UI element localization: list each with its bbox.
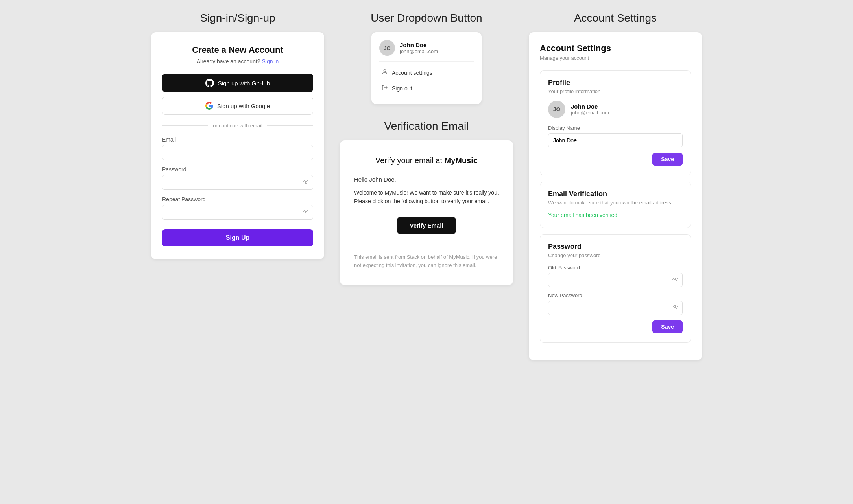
repeat-password-eye-icon[interactable]: 👁 [303,209,309,216]
old-password-label: Old Password [548,265,683,270]
greeting-text: Hello John Doe, [354,176,499,183]
email-group: Email [162,136,313,160]
profile-save-button[interactable]: Save [652,153,683,166]
avatar: JO [379,40,395,56]
signup-heading: Create a New Account [162,45,313,55]
old-password-eye-icon[interactable]: 👁 [672,276,679,283]
google-signup-button[interactable]: Sign up with Google [162,97,313,115]
already-text: Already have an account? Sign in [162,58,313,64]
password-section-desc: Change your password [548,252,683,258]
account-settings-label: Account settings [392,70,432,76]
email-body: Welcome to MyMusic! We want to make sure… [354,188,499,206]
verified-status: Your email has been verified [548,212,683,218]
account-settings-heading: Account Settings [540,43,691,53]
dropdown-user-row: JO John Doe john@email.com [379,40,474,62]
verify-email-button[interactable]: Verify Email [397,217,456,234]
signup-button[interactable]: Sign Up [162,229,313,246]
person-icon [382,69,388,77]
profile-section: Profile Your profile information JO John… [540,70,691,175]
password-eye-icon[interactable]: 👁 [303,179,309,186]
dropdown-signout[interactable]: Sign out [379,81,474,96]
google-icon [205,102,213,110]
verification-email-card: Verify your email at MyMusic Hello John … [340,140,513,285]
profile-avatar: JO [548,101,565,118]
password-section: Password Change your password Old Passwo… [540,234,691,343]
signout-label: Sign out [392,85,412,92]
dropdown-account-settings[interactable]: Account settings [379,65,474,81]
email-verification-title: Email Verification [548,190,683,198]
dropdown-user-name: John Doe [400,42,438,48]
new-password-input[interactable] [548,301,683,315]
password-group: Password 👁 [162,166,313,190]
old-password-input[interactable] [548,273,683,287]
github-signup-button[interactable]: Sign up with GitHub [162,74,313,92]
display-name-label: Display Name [548,125,683,131]
password-label: Password [162,166,313,173]
email-label: Email [162,136,313,143]
account-settings-card: Account Settings Manage your account Pro… [529,32,702,360]
svg-point-0 [384,70,386,72]
profile-row: JO John Doe john@email.com [548,101,683,118]
profile-name: John Doe [571,103,609,110]
signout-icon [382,85,388,92]
dropdown-user-email: john@email.com [400,48,438,54]
email-footer: This email is sent from Stack on behalf … [354,253,499,270]
account-settings-subtitle: Manage your account [540,55,691,61]
signup-column-title: Sign-in/Sign-up [151,12,324,24]
profile-save-row: Save [548,153,683,166]
account-column-title: Account Settings [529,12,702,24]
password-save-button[interactable]: Save [652,320,683,333]
new-password-eye-icon[interactable]: 👁 [672,304,679,311]
sign-in-link[interactable]: Sign in [262,58,279,64]
profile-section-desc: Your profile information [548,88,683,94]
new-password-label: New Password [548,292,683,298]
signup-card: Create a New Account Already have an acc… [151,32,324,259]
old-password-wrap: 👁 [548,273,683,287]
repeat-password-input[interactable] [162,205,313,220]
email-verification-section: Email Verification We want to make sure … [540,182,691,228]
email-verification-desc: We want to make sure that you own the em… [548,200,683,206]
repeat-password-label: Repeat Password [162,196,313,202]
password-section-title: Password [548,243,683,251]
repeat-password-group: Repeat Password 👁 [162,196,313,220]
password-save-row: Save [548,320,683,333]
profile-section-title: Profile [548,79,683,87]
profile-user-info: John Doe john@email.com [571,103,609,116]
dropdown-column-title: User Dropdown Button [340,12,513,24]
verify-title: Verify your email at MyMusic [354,156,499,165]
password-input[interactable] [162,175,313,190]
email-divider [354,245,499,245]
divider: or continue with email [162,123,313,129]
display-name-input[interactable] [548,133,683,147]
dropdown-user-info: John Doe john@email.com [400,42,438,54]
github-icon [205,79,214,87]
dropdown-card: JO John Doe john@email.com Account setti… [371,32,482,104]
profile-email: john@email.com [571,110,609,116]
new-password-wrap: 👁 [548,301,683,315]
verification-column-title: Verification Email [340,120,513,132]
email-input[interactable] [162,145,313,160]
